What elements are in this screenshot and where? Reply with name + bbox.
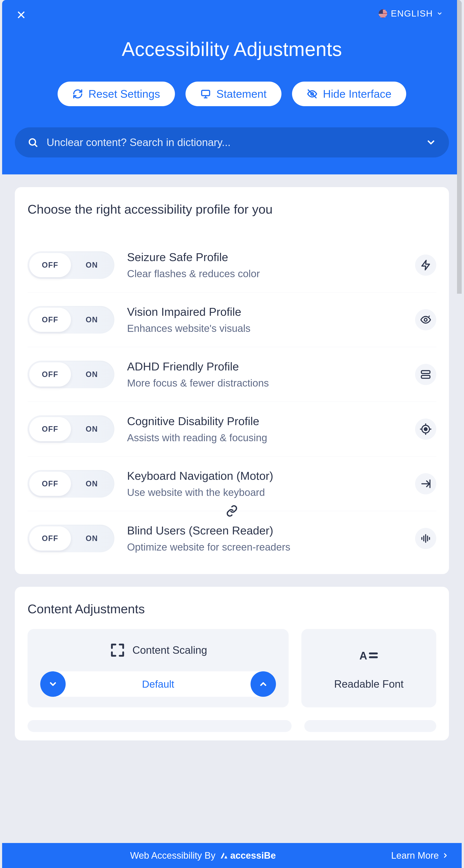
refresh-icon xyxy=(72,89,83,99)
language-selector[interactable]: ENGLISH xyxy=(379,8,442,19)
scrollbar[interactable] xyxy=(457,0,462,294)
chevron-down-icon[interactable] xyxy=(426,137,436,148)
profile-text: Cognitive Disability Profile Assists wit… xyxy=(127,414,402,443)
profile-toggle[interactable]: OFF ON xyxy=(28,470,114,498)
readable-font-tile[interactable]: A Readable Font xyxy=(301,629,436,707)
content-scaling-label: Content Scaling xyxy=(132,644,207,656)
scaling-increase-button[interactable] xyxy=(251,671,276,697)
svg-point-7 xyxy=(424,428,427,431)
toggle-on: ON xyxy=(71,526,113,551)
profile-subtitle: Use website with the keyboard xyxy=(127,487,402,498)
content-scaling-stepper: Default xyxy=(40,671,276,697)
chevron-right-icon xyxy=(442,852,449,859)
profile-row: OFF ON Cognitive Disability Profile Assi… xyxy=(28,402,436,457)
flag-us-icon xyxy=(379,9,387,18)
profiles-heading: Choose the right accessibility profile f… xyxy=(28,202,436,217)
toggle-off: OFF xyxy=(29,526,71,551)
profile-subtitle: Optimize website for screen-readers xyxy=(127,541,402,553)
profile-row: OFF ON Seizure Safe Profile Clear flashe… xyxy=(28,238,436,292)
svg-rect-10 xyxy=(369,656,378,658)
profiles-card: Choose the right accessibility profile f… xyxy=(15,187,449,574)
hide-label: Hide Interface xyxy=(323,88,392,100)
profile-toggle[interactable]: OFF ON xyxy=(28,415,114,443)
link-icon xyxy=(226,505,238,517)
brand-label: accessiBe xyxy=(230,850,276,861)
close-icon xyxy=(16,10,26,20)
language-label: ENGLISH xyxy=(391,8,433,19)
presentation-icon xyxy=(200,89,211,99)
statement-button[interactable]: Statement xyxy=(186,82,281,106)
readable-font-icon: A xyxy=(359,646,378,665)
toggle-on: ON xyxy=(71,308,113,332)
profile-row: OFF ON Blind Users (Screen Reader) Optim… xyxy=(28,511,436,566)
hide-interface-button[interactable]: Hide Interface xyxy=(292,82,406,106)
content-adjustments-heading: Content Adjustments xyxy=(28,601,436,616)
profile-text: Blind Users (Screen Reader) Optimize web… xyxy=(127,524,402,553)
eye-icon xyxy=(415,309,436,330)
header-actions: Reset Settings Statement Hide Interface xyxy=(15,82,449,106)
eye-off-icon xyxy=(307,89,318,99)
learn-more-link[interactable]: Learn More xyxy=(391,850,449,861)
scaling-value: Default xyxy=(66,678,251,690)
svg-rect-0 xyxy=(202,90,210,96)
svg-point-3 xyxy=(424,318,427,321)
svg-text:A: A xyxy=(359,650,367,662)
profile-subtitle: Clear flashes & reduces color xyxy=(127,268,402,280)
toggle-off: OFF xyxy=(29,472,71,496)
header: ENGLISH Accessibility Adjustments Reset … xyxy=(2,0,462,175)
profile-subtitle: Assists with reading & focusing xyxy=(127,432,402,443)
accessibe-brand[interactable]: accessiBe xyxy=(219,850,276,861)
profile-text: Vision Impaired Profile Enhances website… xyxy=(127,305,402,334)
learn-more-label: Learn More xyxy=(391,850,439,861)
svg-rect-4 xyxy=(422,371,430,374)
profile-subtitle: More focus & fewer distractions xyxy=(127,377,402,389)
expand-icon xyxy=(109,642,126,659)
toggle-on: ON xyxy=(71,417,113,441)
profile-toggle[interactable]: OFF ON xyxy=(28,251,114,279)
toggle-off: OFF xyxy=(29,253,71,277)
bolt-icon xyxy=(415,254,436,276)
tile-placeholder[interactable] xyxy=(304,720,436,732)
search-icon xyxy=(28,137,38,148)
footer-text: Web Accessibility By xyxy=(130,850,216,861)
profile-text: Seizure Safe Profile Clear flashes & red… xyxy=(127,250,402,280)
profile-subtitle: Enhances website's visuals xyxy=(127,322,402,334)
profile-toggle[interactable]: OFF ON xyxy=(28,306,114,334)
toggle-on: ON xyxy=(71,253,113,277)
profile-title: Keyboard Navigation (Motor) xyxy=(127,469,402,482)
chevron-up-icon xyxy=(259,679,268,689)
toggle-on: ON xyxy=(71,362,113,386)
accessibe-logo-icon xyxy=(219,851,228,860)
target-icon xyxy=(415,418,436,440)
panel-title: Accessibility Adjustments xyxy=(15,38,449,60)
statement-label: Statement xyxy=(217,88,267,100)
reset-settings-button[interactable]: Reset Settings xyxy=(58,82,175,106)
content-scaling-tile: Content Scaling Default xyxy=(28,629,289,707)
close-button[interactable] xyxy=(15,8,28,21)
tile-placeholder[interactable] xyxy=(28,720,292,732)
scaling-decrease-button[interactable] xyxy=(40,671,66,697)
profile-toggle[interactable]: OFF ON xyxy=(28,361,114,388)
profile-toggle[interactable]: OFF ON xyxy=(28,525,114,552)
search-input[interactable] xyxy=(46,136,417,149)
sound-icon xyxy=(415,528,436,549)
profile-title: Blind Users (Screen Reader) xyxy=(127,524,402,537)
profile-row: OFF ON ADHD Friendly Profile More focus … xyxy=(28,347,436,402)
readable-font-label: Readable Font xyxy=(334,678,404,690)
profile-title: ADHD Friendly Profile xyxy=(127,360,402,373)
search-bar[interactable] xyxy=(15,127,449,157)
svg-rect-5 xyxy=(422,375,430,378)
toggle-off: OFF xyxy=(29,417,71,441)
profile-title: Seizure Safe Profile xyxy=(127,250,402,264)
svg-rect-9 xyxy=(369,652,378,654)
toggle-on: ON xyxy=(71,472,113,496)
toggle-off: OFF xyxy=(29,308,71,332)
profile-row: OFF ON Keyboard Navigation (Motor) Use w… xyxy=(28,457,436,511)
profile-text: ADHD Friendly Profile More focus & fewer… xyxy=(127,360,402,389)
frame-icon xyxy=(415,364,436,385)
profile-row: OFF ON Vision Impaired Profile Enhances … xyxy=(28,292,436,347)
chevron-down-icon xyxy=(48,679,58,689)
toggle-off: OFF xyxy=(29,362,71,386)
content-adjustments-card: Content Adjustments Content Scaling Defa… xyxy=(15,587,449,740)
chevron-down-icon xyxy=(437,10,442,17)
